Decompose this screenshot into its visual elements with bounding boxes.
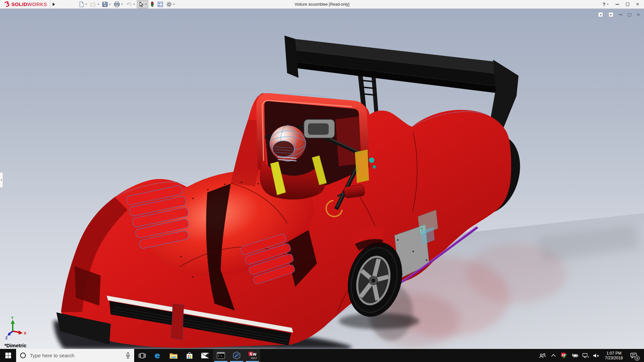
solidworks-2017-icon: S W 2017	[248, 351, 257, 360]
toolbar-flyout-button[interactable]	[50, 0, 57, 8]
restore-icon	[628, 13, 631, 16]
dropdown-caret-icon[interactable]: ▼	[133, 3, 135, 5]
svg-text:S: S	[250, 352, 252, 356]
gear-icon	[166, 1, 172, 7]
edge-icon: e	[154, 351, 162, 360]
minimize-button[interactable]	[615, 4, 619, 5]
triad-y-label: Y	[11, 316, 14, 320]
graphics-viewport[interactable]: Y X Z ◂ ▸ × *Dimetric	[0, 9, 644, 349]
taskbar-app-file-explorer[interactable]	[166, 349, 181, 362]
store-icon	[185, 352, 194, 360]
file-explorer-icon	[169, 352, 178, 359]
options-list-button[interactable]	[156, 1, 164, 8]
taskbar-app-solidworks[interactable]: S W 2017	[245, 349, 260, 362]
volume-button[interactable]	[592, 349, 601, 362]
command-prompt-icon: C:\_	[217, 352, 225, 359]
minimize-icon	[615, 4, 619, 5]
system-tray: SW	[538, 349, 644, 362]
dropdown-caret-icon[interactable]: ▼	[97, 3, 99, 5]
settings-button[interactable]: ▼	[165, 1, 176, 8]
taskbar-app-mail[interactable]	[197, 349, 213, 362]
collapse-left-button[interactable]: ◂	[598, 12, 603, 17]
orientation-triad: Y X Z	[5, 316, 26, 340]
open-button[interactable]: ▼	[89, 1, 100, 8]
sw-year-label: 2017	[251, 357, 257, 360]
chevron-up-icon	[551, 354, 556, 357]
task-view-button[interactable]	[134, 349, 150, 362]
microphone-icon[interactable]	[125, 352, 131, 359]
task-view-icon	[139, 352, 146, 359]
print-button[interactable]: ▼	[113, 1, 124, 8]
ds-mark-icon	[3, 1, 11, 8]
flyout-arrow-icon	[53, 3, 55, 6]
teal-accent	[369, 158, 374, 163]
network-monitor-icon	[582, 353, 589, 358]
brand-solid: SOLID	[11, 1, 27, 7]
minimize-icon	[619, 14, 623, 15]
help-label: ?	[603, 2, 606, 7]
document-window-controls: ◂ ▸ ×	[598, 12, 640, 17]
search-placeholder: Type here to search	[30, 353, 125, 358]
solidworks-monitor-tray[interactable]: SW	[559, 349, 569, 362]
doc-restore-button[interactable]	[628, 13, 631, 16]
save-button[interactable]: ▼	[101, 1, 112, 8]
restore-button[interactable]	[626, 3, 629, 6]
rebuild-button[interactable]	[149, 1, 156, 8]
tray-overflow-button[interactable]	[549, 349, 558, 362]
solidworks-logo: SOLIDWORKS	[0, 0, 50, 8]
dropdown-caret-icon[interactable]: ▼	[85, 3, 88, 5]
undo-button[interactable]: ▼	[125, 1, 136, 8]
windows-logo-icon	[5, 353, 11, 358]
triad-x-label: X	[24, 331, 26, 335]
clock-time: 1:07 PM	[605, 351, 623, 356]
doc-minimize-button[interactable]	[619, 14, 623, 15]
taskbar-app-composer[interactable]	[229, 349, 245, 362]
dropdown-caret-icon[interactable]: ▼	[109, 3, 111, 5]
brand-works: WORKS	[27, 1, 47, 7]
rearview-mirror	[304, 119, 335, 138]
taskbar-search[interactable]: Type here to search	[16, 349, 134, 362]
composer-hexagon-icon	[232, 351, 241, 360]
dropdown-caret-icon[interactable]: ▼	[606, 3, 609, 5]
teal-accent-small	[373, 165, 376, 169]
clock-date: 7/23/2018	[605, 356, 623, 360]
view-orientation-label: *Dimetric	[4, 343, 26, 348]
start-button[interactable]	[0, 349, 16, 362]
feature-panel-tab[interactable]	[0, 172, 3, 188]
sw-check-icon: SW	[561, 352, 567, 359]
taskbar-app-command-prompt[interactable]: C:\_	[213, 349, 229, 362]
viewport-3d-scene[interactable]: Y X Z	[0, 9, 644, 349]
windows-taskbar: Type here to search e	[0, 349, 644, 362]
undo-icon	[126, 1, 132, 7]
help-button[interactable]: ?▼	[603, 2, 609, 7]
taskbar-app-store[interactable]	[181, 349, 197, 362]
volume-muted-icon	[593, 353, 600, 358]
notification-badge: 3	[635, 356, 640, 361]
svg-text:e: e	[155, 351, 160, 360]
action-center-button[interactable]: 3	[627, 349, 640, 362]
network-button[interactable]	[581, 349, 590, 362]
taskbar-app-edge[interactable]: e	[150, 349, 166, 362]
battery-plug-icon	[571, 353, 579, 358]
new-document-button[interactable]: ▼	[77, 1, 89, 8]
dropdown-caret-icon[interactable]: ▼	[145, 3, 147, 5]
save-floppy-icon	[102, 1, 108, 7]
rebuild-traffic-light-icon	[150, 1, 155, 7]
mail-icon	[201, 352, 209, 359]
window-controls: ?▼ ×	[603, 2, 644, 7]
options-list-icon	[157, 1, 163, 7]
cmd-label: C:\_	[218, 355, 224, 357]
power-button[interactable]	[570, 349, 580, 362]
people-button[interactable]	[538, 349, 547, 362]
print-icon	[114, 1, 120, 7]
dropdown-caret-icon[interactable]: ▼	[121, 3, 123, 5]
new-document-icon	[78, 1, 85, 7]
select-button[interactable]: ▼	[137, 0, 148, 8]
restore-icon	[626, 3, 629, 6]
close-button[interactable]: ×	[636, 2, 639, 7]
taskbar-clock[interactable]: 1:07 PM 7/23/2018	[602, 351, 626, 360]
collapse-right-button[interactable]: ▸	[608, 12, 613, 17]
close-icon: ×	[636, 2, 639, 7]
dropdown-caret-icon[interactable]: ▼	[173, 3, 175, 5]
doc-close-button[interactable]: ×	[637, 12, 640, 17]
